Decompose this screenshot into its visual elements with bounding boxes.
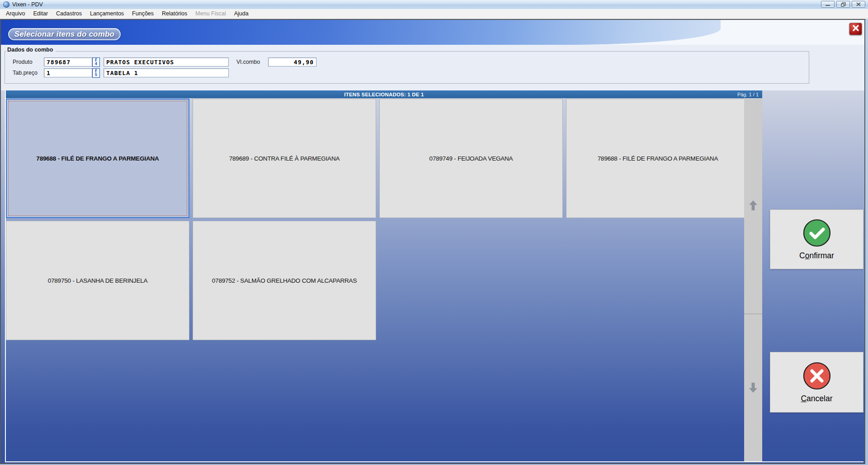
tile-label: 0789752 - SALMÃO GRELHADO COM ALCAPARRAS bbox=[206, 277, 363, 284]
produto-code-input[interactable]: 789687 bbox=[44, 57, 92, 66]
combo-item-tile[interactable]: 0789750 - LASANHA DE BERINJELA bbox=[6, 221, 189, 340]
tab-preco-f5-button[interactable]: F5 bbox=[92, 68, 100, 78]
tile-label: 789688 - FILÉ DE FRANGO A PARMEGIANA bbox=[30, 155, 165, 162]
tile-label: 0789750 - LASANHA DE BERINJELA bbox=[42, 277, 154, 284]
f5-key-label: F5 bbox=[94, 70, 98, 77]
scroll-down-button[interactable] bbox=[744, 315, 762, 461]
tab-preco-name-field: TABELA 1 bbox=[104, 68, 229, 77]
cancel-button-label: Cancelar bbox=[801, 394, 832, 403]
tile-label: 789689 - CONTRA FILÉ À PARMEGIANA bbox=[223, 155, 346, 162]
menu-ajuda[interactable]: Ajuda bbox=[230, 9, 253, 19]
dialog-title-pill: Selecionar itens do combo bbox=[8, 28, 121, 40]
scroll-up-button[interactable] bbox=[744, 99, 762, 314]
app-window: Vixen - PDV Arquivo Editar Cadastros Lan… bbox=[0, 0, 868, 465]
scroll-up-icon bbox=[748, 199, 758, 214]
menu-bar: Arquivo Editar Cadastros Lançamentos Fun… bbox=[0, 9, 868, 19]
restore-button[interactable] bbox=[836, 1, 850, 8]
scroll-down-icon bbox=[748, 381, 758, 396]
produto-f4-button[interactable]: F4 bbox=[92, 57, 100, 67]
close-dialog-icon bbox=[852, 24, 859, 33]
item-scrollbar bbox=[744, 99, 762, 461]
combo-item-tile[interactable]: 789688 - FILÉ DE FRANGO A PARMEGIANA bbox=[566, 99, 750, 218]
menu-relatorios[interactable]: Relatórios bbox=[158, 9, 191, 19]
confirm-button-label: Confirmar bbox=[799, 251, 834, 261]
tab-preco-label: Tab.preço bbox=[13, 70, 38, 76]
close-button[interactable] bbox=[852, 1, 865, 8]
dialog-header: Selecionar itens do combo bbox=[0, 19, 865, 45]
page-indicator: Pág. 1 / 1 bbox=[737, 92, 759, 97]
combo-item-tile[interactable]: 789689 - CONTRA FILÉ À PARMEGIANA bbox=[193, 99, 376, 218]
tab-preco-code-input[interactable]: 1 bbox=[44, 68, 92, 77]
vl-combo-value-field: 49,90 bbox=[268, 57, 316, 66]
window-title: Vixen - PDV bbox=[12, 1, 43, 8]
app-icon bbox=[3, 1, 9, 8]
menu-cadastros[interactable]: Cadastros bbox=[52, 9, 86, 19]
combo-item-tile-selected[interactable]: 789688 - FILÉ DE FRANGO A PARMEGIANA bbox=[6, 99, 189, 218]
produto-label: Produto bbox=[13, 59, 33, 65]
menu-funcoes[interactable]: Funções bbox=[128, 9, 158, 19]
menu-arquivo[interactable]: Arquivo bbox=[2, 9, 29, 19]
combo-fieldset bbox=[5, 51, 809, 84]
red-x-circle-icon bbox=[802, 361, 831, 392]
minimize-icon bbox=[825, 3, 830, 6]
tile-label: 789688 - FILÉ DE FRANGO A PARMEGIANA bbox=[591, 155, 724, 162]
close-icon bbox=[856, 2, 861, 6]
combo-item-tile[interactable]: 0789749 - FEIJOADA VEGANA bbox=[379, 99, 563, 218]
green-check-circle-icon bbox=[802, 218, 831, 249]
menu-editar[interactable]: Editar bbox=[29, 9, 52, 19]
menu-lancamentos[interactable]: Lançamentos bbox=[86, 9, 128, 19]
title-bar: Vixen - PDV bbox=[0, 0, 868, 9]
confirm-button[interactable]: Confirmar bbox=[770, 209, 863, 269]
tile-label: 0789749 - FEIJOADA VEGANA bbox=[423, 155, 519, 162]
combo-fieldset-legend: Dados do combo bbox=[6, 47, 56, 53]
menu-menu-fiscal: Menu Fiscal bbox=[191, 9, 230, 19]
minimize-button[interactable] bbox=[821, 1, 835, 8]
produto-name-field: PRATOS EXECUTIVOS bbox=[104, 57, 229, 66]
dialog-title: Selecionar itens do combo bbox=[14, 30, 114, 39]
f4-key-label: F4 bbox=[94, 59, 98, 66]
vl-combo-label: Vl.combo bbox=[236, 59, 260, 65]
selection-header-bar: ITENS SELECIONADOS: 1 DE 1 Pág. 1 / 1 bbox=[6, 90, 762, 98]
window-controls bbox=[821, 1, 865, 8]
cancel-button[interactable]: Cancelar bbox=[770, 352, 863, 413]
selection-count-text: ITENS SELECIONADOS: 1 DE 1 bbox=[6, 92, 762, 97]
dialog-close-button[interactable] bbox=[849, 23, 862, 35]
combo-item-tile[interactable]: 0789752 - SALMÃO GRELHADO COM ALCAPARRAS bbox=[193, 221, 376, 340]
restore-icon bbox=[841, 2, 846, 7]
